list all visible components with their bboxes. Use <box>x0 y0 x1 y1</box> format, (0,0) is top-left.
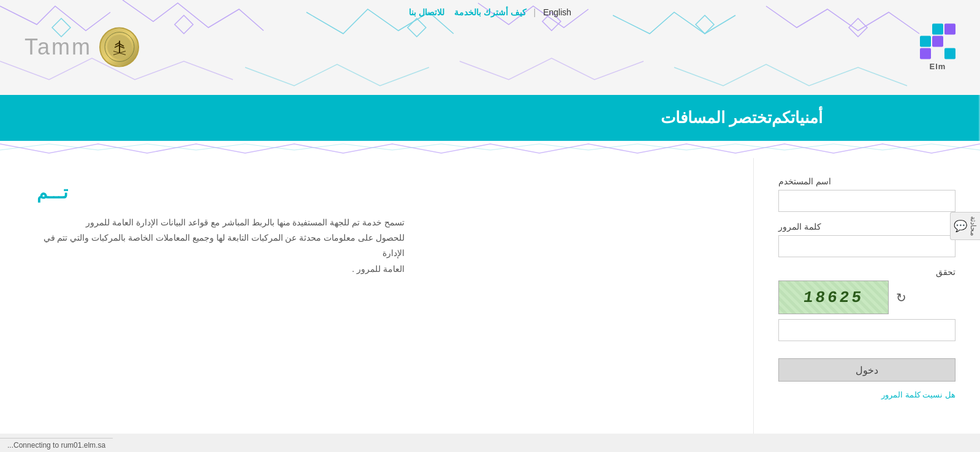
svg-marker-6 <box>849 18 867 37</box>
service-title: تـــم <box>37 183 68 203</box>
banner-tagline-left: تختصر المسافات <box>661 108 772 127</box>
password-group: كلمة المرور <box>778 222 955 257</box>
service-desc-line2: للحصول على معلومات محدثة عن المركبات الت… <box>44 233 405 258</box>
username-group: اسم المستخدم <box>778 176 955 212</box>
banner-left: تختصر المسافات <box>0 95 772 141</box>
banner: أمنياتكم تختصر المسافات <box>0 95 980 141</box>
svg-rect-16 <box>0 141 980 158</box>
logo-cube-6 <box>920 36 931 47</box>
status-bar: Connecting to rum01.elm.sa... <box>0 438 113 452</box>
svg-marker-2 <box>175 15 193 34</box>
separator: | <box>534 7 536 17</box>
tamm-label: Tamm <box>25 34 92 60</box>
top-nav: English | كيف أشترك بالخدمة للاتصال بنا <box>409 7 571 17</box>
main-content: اسم المستخدم كلمة المرور تحقق ↻ 18625 دخ… <box>0 158 980 434</box>
service-desc-line3: العامة للمرور . <box>352 264 405 274</box>
elm-logo: Elm <box>920 23 955 70</box>
logo-cube-3 <box>920 23 931 34</box>
logo-cube-1 <box>944 23 955 34</box>
username-input[interactable] <box>778 190 955 212</box>
username-label: اسم المستخدم <box>778 176 831 186</box>
logo-cube-9 <box>920 48 931 59</box>
service-desc-line1: تسمح خدمة تم للجهة المستفيدة منها بالربط… <box>86 217 405 227</box>
logo-cube-5 <box>932 36 943 47</box>
elm-text: Elm <box>930 61 946 70</box>
forgot-password-link[interactable]: هل نسيت كلمة المرور <box>778 390 955 399</box>
pattern-row <box>0 141 980 158</box>
password-label: كلمة المرور <box>778 222 821 232</box>
login-button[interactable]: دخول <box>778 358 955 382</box>
banner-tagline-right: أمنياتكم <box>772 108 822 127</box>
chat-icon: 💬 <box>953 219 967 233</box>
captcha-code: 18625 <box>802 288 865 307</box>
logo-cube-2 <box>932 23 943 34</box>
svg-marker-5 <box>696 15 714 34</box>
svg-marker-3 <box>408 18 426 37</box>
logo-cube-8 <box>932 48 943 59</box>
tamm-logo: Tamm <box>25 27 139 67</box>
captcha-image: 18625 <box>778 281 889 314</box>
captcha-row: ↻ 18625 <box>778 281 955 314</box>
contact-link[interactable]: للاتصال بنا <box>409 7 444 17</box>
captcha-input[interactable] <box>778 319 955 341</box>
tamm-text-block: Tamm <box>25 34 92 60</box>
logo-cube-7 <box>944 48 955 59</box>
tamm-badge <box>99 27 139 67</box>
english-link[interactable]: English <box>543 7 571 17</box>
subscribe-link[interactable]: كيف أشترك بالخدمة <box>454 7 526 17</box>
elm-logo-cubes <box>920 23 955 59</box>
service-description: تسمح خدمة تم للجهة المستفيدة منها بالربط… <box>37 215 405 277</box>
chat-label: محادثة <box>969 216 978 236</box>
login-panel: اسم المستخدم كلمة المرور تحقق ↻ 18625 دخ… <box>753 158 980 434</box>
status-text: Connecting to rum01.elm.sa... <box>7 441 105 450</box>
logo-cube-4 <box>944 36 955 47</box>
captcha-label: تحقق <box>778 267 955 277</box>
captcha-refresh-button[interactable]: ↻ <box>894 288 909 307</box>
banner-right: أمنياتكم <box>772 95 980 141</box>
password-input[interactable] <box>778 235 955 257</box>
top-bar: English | كيف أشترك بالخدمة للاتصال بنا … <box>0 0 980 95</box>
captcha-section: تحقق ↻ 18625 <box>778 267 955 348</box>
service-panel: تـــم تسمح خدمة تم للجهة المستفيدة منها … <box>0 158 753 434</box>
chat-tab[interactable]: 💬 محادثة <box>950 212 980 240</box>
